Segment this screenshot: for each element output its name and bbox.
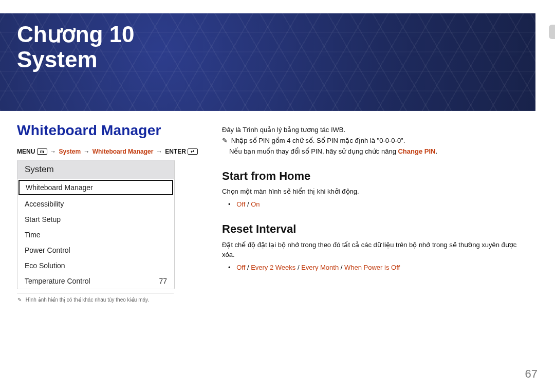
page: Chương 10 System Whiteboard Manager MENU… xyxy=(0,0,555,392)
chapter-title: System xyxy=(17,47,98,72)
menu-item-whiteboard-manager[interactable]: Whiteboard Manager xyxy=(18,180,173,195)
option-off: Off xyxy=(236,200,245,208)
menu-item-label: Accessibility xyxy=(25,200,64,208)
pin-note-line-2: Nếu bạn muốn thay đổi số PIN, hãy sử dụn… xyxy=(222,147,530,157)
breadcrumb-menu-label: MENU xyxy=(17,148,35,155)
panel-footnote-text: Hình ảnh hiển thị có thể khác nhau tùy t… xyxy=(26,297,149,303)
start-from-home-options: Off / On xyxy=(228,200,530,210)
option-sep: / xyxy=(295,264,301,271)
breadcrumb-system: System xyxy=(59,148,81,155)
page-tab-notch xyxy=(549,25,555,39)
heading-start-from-home: Start from Home xyxy=(222,168,530,184)
menu-item-label: Time xyxy=(25,231,41,239)
enter-icon: ↵ xyxy=(188,148,198,155)
menu-item-label: Whiteboard Manager xyxy=(26,183,93,192)
menu-item-value: 77 xyxy=(159,277,167,285)
pin-note-text-1: Nhập số PIN gồm 4 chữ số. Số PIN mặc địn… xyxy=(231,137,405,144)
option-when-power-off: When Power is Off xyxy=(344,264,400,271)
pin-note-prefix: Nếu bạn muốn thay đổi số PIN, hãy sử dụn… xyxy=(229,147,398,155)
chapter-line: Chương 10 xyxy=(17,22,135,47)
option-every-2-weeks: Every 2 Weeks xyxy=(251,264,295,271)
intro-text: Đây là Trình quản lý bảng tương tác IWB. xyxy=(222,125,530,135)
menu-item-accessibility[interactable]: Accessibility xyxy=(17,196,174,212)
heading-reset-interval: Reset Interval xyxy=(222,221,530,237)
option-sep: / xyxy=(245,264,251,271)
menu-item-temperature-control[interactable]: Temperature Control 77 xyxy=(17,273,174,289)
option-on: On xyxy=(251,200,260,208)
menu-item-time[interactable]: Time xyxy=(17,227,174,242)
arrow-icon: → xyxy=(156,148,162,155)
menu-item-label: Start Setup xyxy=(25,215,61,223)
option-every-month: Every Month xyxy=(301,264,339,271)
option-sep: / xyxy=(245,200,251,208)
change-pin-accent: Change PIN xyxy=(398,147,435,155)
start-from-home-desc: Chọn một màn hình sẽ hiển thị khi khởi đ… xyxy=(222,187,530,197)
pencil-icon: ✎ xyxy=(222,136,229,146)
breadcrumb-whiteboard: Whiteboard Manager xyxy=(92,148,154,155)
content-column: Đây là Trình quản lý bảng tương tác IWB.… xyxy=(222,125,530,273)
option-sep: / xyxy=(339,264,344,271)
menu-item-power-control[interactable]: Power Control xyxy=(17,242,174,258)
reset-interval-desc: Đặt chế độ đặt lại bộ nhớ trong theo đó … xyxy=(222,240,530,260)
option-off: Off xyxy=(236,264,245,271)
reset-interval-options: Off / Every 2 Weeks / Every Month / When… xyxy=(228,263,530,273)
system-menu-panel: System Whiteboard Manager Accessibility … xyxy=(17,160,175,289)
menu-item-eco-solution[interactable]: Eco Solution xyxy=(17,258,174,273)
menu-item-start-setup[interactable]: Start Setup xyxy=(17,212,174,227)
page-number: 67 xyxy=(525,367,538,381)
breadcrumb: MENU m → System → Whiteboard Manager → E… xyxy=(17,148,198,155)
panel-header: System xyxy=(17,160,174,179)
menu-item-label: Power Control xyxy=(25,246,70,254)
section-title: Whiteboard Manager xyxy=(17,122,161,139)
pin-note-line-1: ✎ Nhập số PIN gồm 4 chữ số. Số PIN mặc đ… xyxy=(222,136,530,146)
menu-item-label: Temperature Control xyxy=(25,277,90,285)
pencil-icon: ✎ xyxy=(17,297,22,303)
arrow-icon: → xyxy=(83,148,89,155)
menu-icon: m xyxy=(37,148,47,155)
pin-note-suffix: . xyxy=(435,147,437,155)
chapter-heading: Chương 10 System xyxy=(17,22,135,72)
panel-footnote: ✎ Hình ảnh hiển thị có thể khác nhau tùy… xyxy=(17,293,174,303)
breadcrumb-enter-label: ENTER xyxy=(165,148,186,155)
arrow-icon: → xyxy=(50,148,56,155)
chapter-hero-banner: Chương 10 System xyxy=(0,13,535,111)
menu-item-label: Eco Solution xyxy=(25,262,65,270)
